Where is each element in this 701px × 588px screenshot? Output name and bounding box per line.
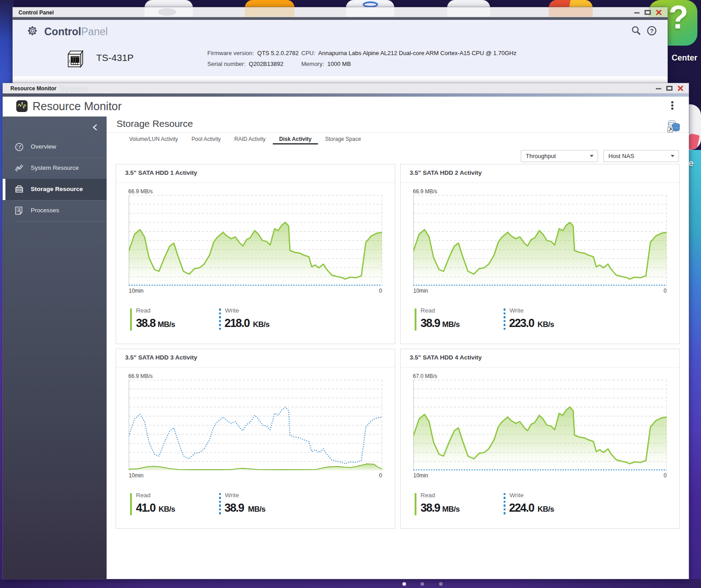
svg-text:?: ?	[650, 28, 654, 34]
